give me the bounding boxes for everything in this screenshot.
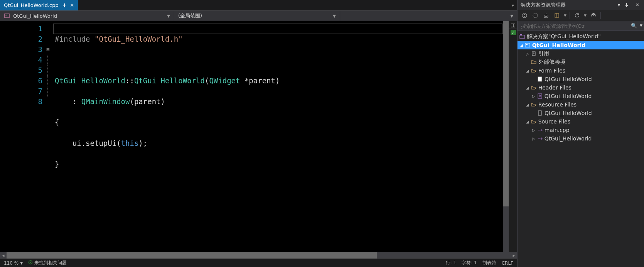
fold-toggle[interactable]: ⊟ — [46, 44, 53, 55]
navigation-bar: QtGui_HelloWorld ▼ (全局范围) ▼ ▼ — [0, 10, 517, 21]
svg-rect-1 — [5, 15, 7, 15]
tree-file-item[interactable]: QtGui_HelloWorld — [518, 109, 644, 117]
tree-file-item[interactable]: ▷ ++ main.cpp — [518, 126, 644, 134]
line-number[interactable]: 3 — [0, 44, 42, 55]
sync-with-document-icon[interactable] — [553, 12, 561, 19]
svg-text:++: ++ — [538, 128, 543, 132]
file-tab[interactable]: QtGui_HelloWorld.cpp ✕ — [0, 0, 78, 10]
tree-solution-node[interactable]: 解决方案"QtGui_HelloWorld" — [518, 32, 644, 41]
cursor-col[interactable]: 字符: 1 — [462, 260, 477, 266]
tree-file-item[interactable]: ▷ ++ QtGui_HelloWorld — [518, 134, 644, 143]
health-indicator-ok-icon[interactable]: ✓ — [511, 30, 516, 35]
expand-toggle-icon[interactable]: ◢ — [526, 103, 529, 107]
line-number[interactable]: 4 — [0, 55, 42, 65]
code-text[interactable]: #include "QtGui_HelloWorld.h" QtGui_Hell… — [53, 21, 503, 211]
member-selector[interactable]: ▼ — [340, 11, 517, 21]
svg-rect-4 — [555, 14, 557, 17]
scope-selector[interactable]: (全局范围) ▼ — [174, 11, 340, 21]
search-input[interactable] — [518, 21, 644, 31]
ui-file-icon: ui — [537, 76, 543, 82]
tree-form-files-folder[interactable]: ◢ Form Files — [518, 66, 644, 75]
solution-explorer-search: 🔍 ▼ — [518, 21, 644, 31]
indent-mode[interactable]: 制表符 — [482, 260, 496, 266]
code-token: #include — [55, 35, 94, 43]
pin-icon[interactable] — [625, 3, 632, 7]
collapse-all-icon[interactable] — [590, 12, 597, 19]
tree-header-files-folder[interactable]: ◢ Header Files — [518, 83, 644, 92]
tree-label: Source Files — [538, 118, 570, 125]
tree-source-files-folder[interactable]: ◢ Source Files — [518, 117, 644, 126]
home-icon[interactable] — [542, 12, 550, 19]
tree-project-node[interactable]: ◢ QtGui_HelloWorld — [518, 41, 644, 49]
forward-icon[interactable] — [531, 12, 539, 19]
close-icon[interactable]: ✕ — [70, 3, 74, 8]
chevron-down-icon[interactable]: ▼ — [584, 14, 587, 17]
tree-file-item[interactable]: ▷ h QtGui_HelloWorld — [518, 92, 644, 100]
line-number[interactable]: 7 — [0, 86, 42, 96]
eol-mode[interactable]: CRLF — [502, 260, 513, 266]
tree-label: 解决方案"QtGui_HelloWorld" — [527, 33, 601, 40]
close-icon[interactable]: ✕ — [634, 2, 641, 8]
line-number[interactable]: 5 — [0, 65, 42, 76]
issue-status[interactable]: ⦿ 未找到相关问题 — [28, 260, 67, 266]
expand-toggle-icon[interactable]: ◢ — [526, 69, 529, 73]
expand-toggle-icon[interactable]: ◢ — [520, 43, 523, 47]
tree-file-item[interactable]: ui QtGui_HelloWorld — [518, 75, 644, 83]
class-selector[interactable]: QtGui_HelloWorld ▼ — [0, 11, 174, 21]
code-token: } — [55, 160, 59, 168]
file-icon — [537, 110, 543, 116]
svg-rect-15 — [538, 111, 541, 115]
line-number[interactable]: 8 — [0, 96, 42, 107]
line-number[interactable]: 1 — [0, 24, 42, 34]
pin-icon[interactable] — [62, 3, 66, 7]
code-token: :: — [125, 76, 134, 85]
folder-open-icon — [531, 84, 537, 91]
chevron-down-icon: ▼ — [167, 14, 170, 18]
issue-status-label: 未找到相关问题 — [34, 260, 67, 265]
line-number[interactable]: 2 — [0, 34, 42, 44]
line-number[interactable]: 6 — [0, 76, 42, 86]
solution-explorer-titlebar[interactable]: 解决方案资源管理器 ▾ ✕ — [518, 0, 644, 10]
editor-column: QtGui_HelloWorld.cpp ✕ ▾ QtGui_HelloWorl… — [0, 0, 517, 267]
chevron-down-icon[interactable]: ▼ — [640, 24, 642, 27]
expand-toggle-icon[interactable]: ◢ — [526, 86, 529, 90]
tree-label: Form Files — [538, 68, 565, 74]
panel-menu-icon[interactable]: ▾ — [615, 2, 622, 8]
document-tools: ▾ — [512, 3, 517, 8]
expand-toggle-icon[interactable]: ◢ — [526, 120, 529, 124]
dropdown-icon[interactable]: ▾ — [512, 3, 514, 8]
svg-point-3 — [533, 13, 538, 18]
zoom-control[interactable]: 110 % ▼ — [4, 260, 23, 266]
split-editor-button[interactable] — [509, 21, 517, 29]
code-token: (parent) — [130, 97, 165, 106]
expand-toggle-icon[interactable]: ▷ — [526, 52, 529, 56]
scroll-left-arrow[interactable]: ◂ — [0, 253, 7, 258]
expand-toggle-icon[interactable]: ▷ — [532, 128, 535, 132]
back-icon[interactable] — [521, 12, 528, 19]
search-icon[interactable]: 🔍 — [631, 23, 637, 29]
folder-open-icon — [531, 101, 537, 108]
fold-gutter: ⊟ — [46, 21, 53, 252]
code-token: this — [121, 139, 139, 147]
code-token: ); — [138, 139, 147, 147]
expand-toggle-icon[interactable]: ▷ — [532, 137, 535, 141]
expand-toggle-icon[interactable]: ▷ — [532, 94, 535, 98]
cpp-file-icon: ++ — [537, 127, 543, 133]
svg-rect-0 — [5, 14, 9, 18]
references-icon — [531, 51, 537, 57]
tree-resource-files-folder[interactable]: ◢ Resource Files — [518, 100, 644, 109]
folder-icon — [531, 59, 537, 65]
tree-label: main.cpp — [545, 127, 570, 133]
scroll-right-arrow[interactable]: ▸ — [511, 253, 517, 258]
svg-point-2 — [522, 13, 527, 18]
code-token: QWidget — [209, 76, 240, 85]
refresh-icon[interactable] — [573, 12, 581, 19]
cursor-line[interactable]: 行: 1 — [446, 260, 457, 266]
horizontal-scrollbar[interactable]: ◂ ▸ — [0, 252, 517, 259]
tree-references-node[interactable]: ▷ 引用 — [518, 49, 644, 58]
chevron-down-icon: ▼ — [510, 14, 513, 18]
code-token: QtGui_HelloWorld — [55, 76, 125, 85]
chevron-down-icon[interactable]: ▼ — [564, 14, 566, 17]
vertical-scrollbar[interactable] — [503, 21, 509, 252]
tree-external-deps-node[interactable]: ▷ 外部依赖项 — [518, 58, 644, 66]
